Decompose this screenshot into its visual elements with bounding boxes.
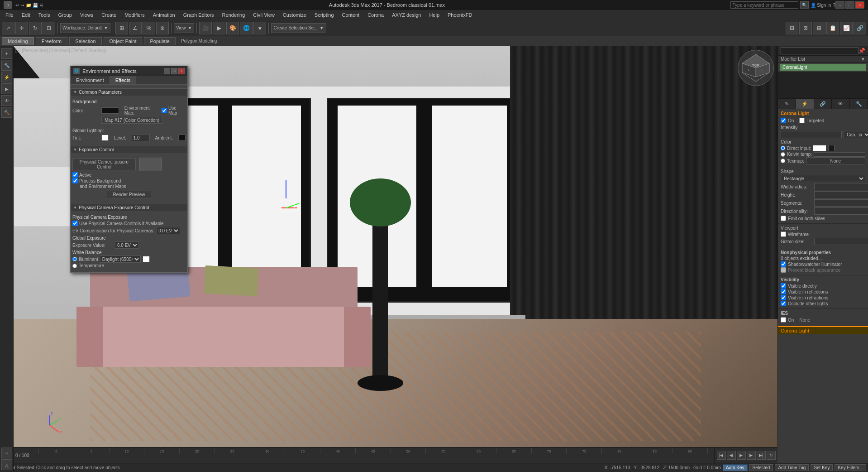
rp-tab-5[interactable]: 🔧 (850, 99, 868, 109)
shadowwatcher-checkbox[interactable] (781, 261, 786, 267)
kelvin-radio[interactable] (781, 152, 785, 157)
select-tool[interactable]: ↗ (2, 22, 14, 34)
auto-key-btn[interactable]: Auto Key (723, 464, 748, 471)
process-bg-checkbox[interactable] (72, 178, 78, 183)
align-tool[interactable]: ⊟ (786, 22, 798, 34)
rotate-tool[interactable]: ↻ (29, 22, 42, 34)
view-dropdown[interactable]: View ▼ (174, 23, 194, 33)
go-start-btn[interactable]: |◀ (717, 451, 726, 460)
scale-tool[interactable]: ⊡ (43, 22, 55, 34)
menu-axyz[interactable]: AXYZ design (388, 11, 424, 19)
texmap-button[interactable]: None (806, 157, 865, 164)
mirror-tool[interactable]: ⊠ (799, 22, 812, 34)
tab-environment[interactable]: Environment (71, 76, 110, 84)
next-frame-btn[interactable]: ▶ (747, 451, 756, 460)
maximize-button[interactable]: □ (845, 1, 854, 9)
angle-snap[interactable]: ∠ (129, 22, 142, 34)
material-editor[interactable]: 🎨 (226, 22, 239, 34)
go-end-btn[interactable]: ▶| (757, 451, 766, 460)
illuminant-select[interactable]: Daylight (6500K) (100, 255, 141, 263)
bg-color-swatch[interactable] (101, 107, 119, 114)
ambient-swatch[interactable] (178, 135, 186, 141)
dialog-restore[interactable]: □ (171, 68, 177, 74)
sidebar-utilities[interactable]: 🔨 (1, 107, 12, 118)
visible-refractions-checkbox[interactable] (781, 295, 786, 300)
modifier-entry[interactable]: CoronaLight (780, 64, 866, 71)
timeline-ruler[interactable]: 0 5 10 15 20 25 30 35 40 45 50 55 60 65 … (38, 448, 777, 463)
sidebar-create[interactable]: + (1, 48, 12, 59)
render-preview-btn[interactable]: Render Preview (107, 191, 151, 198)
kelvin-input[interactable]: 1500.0 (814, 152, 865, 157)
menu-rendering[interactable]: Rendering (219, 11, 249, 19)
tab-effects[interactable]: Effects (110, 76, 136, 84)
sidebar-bottom-1[interactable]: ○ (1, 448, 12, 458)
illuminant-radio[interactable] (72, 257, 77, 261)
shape-type-select[interactable]: Rectangle (781, 175, 865, 182)
width-input[interactable]: 2312.12 (814, 183, 868, 190)
tab-object-paint[interactable]: Object Paint (104, 37, 143, 45)
ies-on-checkbox[interactable] (781, 317, 786, 323)
menu-views[interactable]: Views (76, 11, 97, 19)
wireframe-checkbox[interactable] (781, 231, 786, 237)
menu-file[interactable]: File (2, 11, 17, 19)
prev-frame-btn[interactable]: ◀ (727, 451, 736, 460)
occlude-lights-checkbox[interactable] (781, 301, 786, 306)
use-controls-checkbox[interactable] (72, 221, 78, 226)
level-input[interactable] (132, 134, 150, 141)
create-selection-dropdown[interactable]: Create Selection Se... ▼ (271, 23, 326, 33)
intensity-input[interactable]: 1500.0 (781, 131, 842, 138)
tab-freeform[interactable]: Freeform (36, 37, 68, 45)
snap-toggle[interactable]: ⊞ (115, 22, 128, 34)
play-btn[interactable]: ▶ (737, 451, 746, 460)
menu-civil-view[interactable]: Civil View (249, 11, 278, 19)
exposure-value-select[interactable]: 6.0 EV (115, 241, 139, 249)
illuminant-swatch[interactable] (143, 256, 150, 262)
viewport-nav-cube[interactable]: TOP F L (738, 50, 774, 86)
visible-directly-checkbox[interactable] (781, 283, 786, 289)
exposure-type-btn[interactable]: Physical Camer...posure Control (72, 159, 136, 170)
environment[interactable]: 🌐 (240, 22, 253, 34)
playback-type[interactable]: ↻ (767, 451, 776, 460)
tab-modeling[interactable]: Modeling (2, 37, 34, 45)
rp-tab-1[interactable]: ✎ (778, 99, 796, 109)
object-name-input[interactable]: CoronaLight001 (781, 47, 858, 54)
spinner-snap[interactable]: ⊗ (156, 22, 169, 34)
menu-animation[interactable]: Animation (149, 11, 179, 19)
menu-customize[interactable]: Customize (279, 11, 310, 19)
active-checkbox[interactable] (72, 172, 78, 178)
layer-mgr[interactable]: 📋 (826, 22, 839, 34)
workspace-dropdown[interactable]: Workspace: Default ▼ (60, 23, 110, 33)
sidebar-modify[interactable]: 🔧 (1, 60, 12, 71)
undo-btns[interactable]: ↩ ↪ (15, 3, 24, 8)
rp-tab-4[interactable]: 👁 (832, 99, 850, 109)
minimize-button[interactable]: − (835, 1, 844, 9)
rp-tab-3[interactable]: 🔗 (814, 99, 832, 109)
menu-scripting[interactable]: Scripting (311, 11, 338, 19)
sidebar-display[interactable]: 👁 (1, 95, 12, 106)
dialog-close[interactable]: × (178, 68, 185, 74)
menu-edit[interactable]: Edit (18, 11, 34, 19)
sidebar-hierarchy[interactable]: ⚡ (1, 72, 12, 82)
tab-populate[interactable]: Populate (144, 37, 175, 45)
file-actions[interactable]: 📁 💾 🖨 (26, 3, 44, 8)
set-key-btn[interactable]: Set Key (811, 464, 833, 471)
texmap-radio[interactable] (781, 159, 785, 163)
menu-tools[interactable]: Tools (35, 11, 54, 19)
menu-content[interactable]: Content (339, 11, 363, 19)
schematic[interactable]: 🔗 (854, 22, 866, 34)
search-button[interactable]: 🔍 (800, 1, 809, 9)
map-button[interactable]: Map #17 (Color Correction) (101, 117, 162, 124)
menu-help[interactable]: Help (425, 11, 443, 19)
render-setup[interactable]: 🎥 (199, 22, 212, 34)
close-button[interactable]: × (855, 1, 864, 9)
array-tool[interactable]: ⊞ (813, 22, 825, 34)
render[interactable]: ▶ (213, 22, 225, 34)
rp-tab-2[interactable]: ⚡ (796, 99, 814, 109)
percent-snap[interactable]: % (143, 22, 155, 34)
color-alpha[interactable] (828, 145, 835, 151)
dialog-minimize[interactable]: − (164, 68, 170, 74)
add-time-tag-btn[interactable]: Add Time Tag (775, 464, 809, 471)
color-swatch[interactable] (813, 145, 826, 151)
menu-phoenixfd[interactable]: PhoenixFD (444, 11, 476, 19)
sidebar-motion[interactable]: ▶ (1, 83, 12, 94)
